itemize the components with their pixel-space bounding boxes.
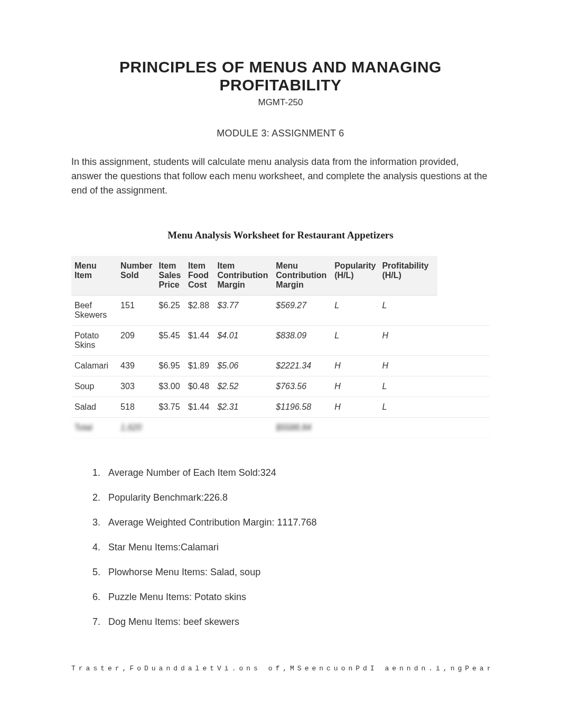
worksheet-title: Menu Analysis Worksheet for Restaurant A… [71, 229, 490, 241]
cell-number-sold: 151 [117, 296, 155, 326]
header-menu-item: Menu Item [71, 256, 117, 296]
cell-menu-contribution-margin: $569.27 [273, 296, 331, 326]
cell-item: Salad [71, 397, 117, 418]
cell-profitability: L [379, 397, 437, 418]
list-item: Plowhorse Menu Items: Salad, soup [103, 567, 490, 578]
cell-food-cost: $1.44 [185, 397, 214, 418]
list-item: Star Menu Items:Calamari [103, 542, 490, 553]
cell-popularity: L [331, 296, 379, 326]
cell-item: Beef Skewers [71, 296, 117, 326]
cell-food-cost: $1.89 [185, 356, 214, 376]
header-popularity: Popularity (H/L) [331, 256, 379, 296]
cell-food-cost: $1.44 [185, 326, 214, 356]
cell-total-menu-contribution-margin: $5588.84 [273, 418, 331, 438]
footer-citation: Traster,FoDuanddaletVi.ons of,MSeencuonP… [71, 665, 490, 672]
header-contribution-margin: Item Contribution Margin [214, 256, 273, 296]
cell-number-sold: 209 [117, 326, 155, 356]
cell-total-number-sold: 1,620 [117, 418, 155, 438]
cell-menu-contribution-margin: $763.56 [273, 376, 331, 397]
course-code: MGMT-250 [71, 97, 490, 108]
cell-sales-price: $3.75 [156, 397, 185, 418]
questions-list: Average Number of Each Item Sold:324 Pop… [71, 467, 490, 628]
cell-sales-price: $3.00 [156, 376, 185, 397]
table-row: Salad 518 $3.75 $1.44 $2.31 $1196.58 H L [71, 397, 490, 418]
cell-popularity: L [331, 326, 379, 356]
page-title: PRINCIPLES OF MENUS AND MANAGING PROFITA… [71, 58, 490, 94]
cell-contribution-margin: $4.01 [214, 326, 273, 356]
list-item: Puzzle Menu Items: Potato skins [103, 592, 490, 603]
cell-contribution-margin: $5.06 [214, 356, 273, 376]
cell-profitability: L [379, 376, 437, 397]
list-item: Average Number of Each Item Sold:324 [103, 467, 490, 478]
cell-food-cost: $2.88 [185, 296, 214, 326]
cell-empty [331, 418, 379, 438]
cell-contribution-margin: $3.77 [214, 296, 273, 326]
cell-popularity: H [331, 397, 379, 418]
cell-contribution-margin: $2.31 [214, 397, 273, 418]
cell-profitability: H [379, 326, 437, 356]
cell-empty [379, 418, 437, 438]
cell-item: Soup [71, 376, 117, 397]
cell-number-sold: 439 [117, 356, 155, 376]
header-number-sold: Number Sold [117, 256, 155, 296]
cell-sales-price: $6.25 [156, 296, 185, 326]
cell-total-label: Total [71, 418, 117, 438]
cell-popularity: H [331, 376, 379, 397]
header-sales-price: Item Sales Price [156, 256, 185, 296]
cell-menu-contribution-margin: $838.09 [273, 326, 331, 356]
cell-menu-contribution-margin: $1196.58 [273, 397, 331, 418]
menu-analysis-table: Menu Item Number Sold Item Sales Price I… [71, 256, 490, 438]
header-profitability: Profitability (H/L) [379, 256, 437, 296]
table-header-row: Menu Item Number Sold Item Sales Price I… [71, 256, 490, 296]
cell-sales-price: $5.45 [156, 326, 185, 356]
cell-item: Potato Skins [71, 326, 117, 356]
list-item: Dog Menu Items: beef skewers [103, 616, 490, 628]
cell-number-sold: 518 [117, 397, 155, 418]
cell-empty [185, 418, 214, 438]
module-assignment-line: MODULE 3: ASSIGNMENT 6 [71, 128, 490, 139]
cell-profitability: H [379, 356, 437, 376]
cell-profitability: L [379, 296, 437, 326]
cell-empty [214, 418, 273, 438]
cell-item: Calamari [71, 356, 117, 376]
table-row: Soup 303 $3.00 $0.48 $2.52 $763.56 H L [71, 376, 490, 397]
cell-contribution-margin: $2.52 [214, 376, 273, 397]
cell-sales-price: $6.95 [156, 356, 185, 376]
cell-number-sold: 303 [117, 376, 155, 397]
table-row: Calamari 439 $6.95 $1.89 $5.06 $2221.34 … [71, 356, 490, 376]
cell-menu-contribution-margin: $2221.34 [273, 356, 331, 376]
list-item: Average Weighted Contribution Margin: 11… [103, 517, 490, 528]
intro-paragraph: In this assignment, students will calcul… [71, 155, 490, 198]
header-food-cost: Item Food Cost [185, 256, 214, 296]
cell-food-cost: $0.48 [185, 376, 214, 397]
header-menu-contribution-margin: Menu Contribution Margin [273, 256, 331, 296]
table-row: Beef Skewers 151 $6.25 $2.88 $3.77 $569.… [71, 296, 490, 326]
table-row: Potato Skins 209 $5.45 $1.44 $4.01 $838.… [71, 326, 490, 356]
list-item: Popularity Benchmark:226.8 [103, 492, 490, 503]
cell-empty [156, 418, 185, 438]
table-total-row: Total 1,620 $5588.84 [71, 418, 490, 438]
cell-popularity: H [331, 356, 379, 376]
